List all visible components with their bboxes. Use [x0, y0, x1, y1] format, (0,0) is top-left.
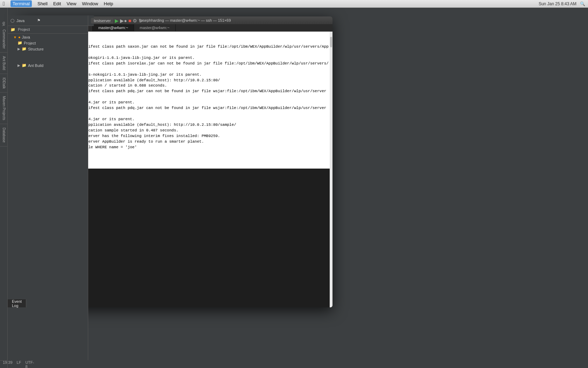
tree-spacer	[8, 52, 88, 62]
right-tab-ant-build[interactable]: Ant Build	[0, 53, 7, 74]
tree-item-java[interactable]: ▼ ● Java	[8, 34, 88, 40]
project-label: ◯	[10, 19, 14, 22]
debug-button[interactable]: ▶●	[120, 18, 127, 23]
statusbar-lf: LF	[17, 360, 21, 368]
tree-label-project: Project	[24, 41, 36, 45]
bottom-tab-eventlog[interactable]: Event Log	[8, 299, 26, 307]
ant-folder-icon: 📁	[22, 63, 27, 68]
java-label: Java	[16, 19, 24, 23]
right-tab-database[interactable]: Database	[0, 124, 7, 146]
project-icon: 📁	[10, 27, 15, 32]
project-toolbar: ◯ Java ⚑	[8, 15, 88, 26]
project-tree-header: 📁 Project	[8, 26, 88, 34]
stop-button[interactable]: ■	[128, 18, 131, 23]
menubar-help[interactable]: Help	[104, 1, 113, 6]
menubar-window[interactable]: Window	[82, 1, 98, 6]
tab-master-2[interactable]: master@w4wm:~	[134, 24, 175, 31]
menubar-view[interactable]: View	[66, 1, 76, 6]
project-header-label: Project	[18, 27, 30, 32]
menubar:  Terminal Shell Edit View Window Help S…	[0, 0, 588, 8]
tree-item-project[interactable]: 📁 Project	[8, 40, 88, 46]
terminal-scrollbar[interactable]	[330, 32, 332, 307]
run-toolbar: testserver ▶ ▶● ■ ⚙ ↻	[91, 18, 143, 23]
project-tree-panel: 📁 Project ▼ ● Java 📁 Project ▶ 📁 Structu…	[8, 26, 88, 360]
right-tab-maven[interactable]: Maven Projects	[0, 93, 7, 124]
project-folder-icon: 📁	[18, 41, 22, 45]
ant-arrow: ▶	[18, 63, 20, 67]
menubar-shell[interactable]: Shell	[37, 1, 48, 6]
menubar-terminal[interactable]: Terminal	[10, 0, 32, 7]
run-config-label[interactable]: testserver	[91, 18, 113, 23]
project-tree-items: ▼ ● Java 📁 Project ▶ 📁 Structure ▶ 📁 Ant…	[8, 34, 88, 69]
tree-label-structure: Structure	[28, 47, 44, 51]
java-folder-icon: ●	[18, 35, 21, 39]
right-tab-idetalk[interactable]: IDEtalk	[0, 74, 7, 93]
run-button[interactable]: ▶	[115, 18, 119, 23]
tab-master-1[interactable]: master@w4wm:~	[93, 24, 134, 31]
bottom-panel-content: jdbc.app.DB2Driver for jdbc:db2://localh…	[8, 308, 12, 360]
structure-collapse-arrow: ▶	[18, 47, 20, 51]
expand-arrow: ▼	[13, 35, 17, 39]
search-icon[interactable]: 🔍	[580, 1, 585, 6]
apple-menu-icon[interactable]: 	[3, 1, 5, 7]
tree-item-structure[interactable]: ▶ 📁 Structure	[8, 46, 88, 52]
statusbar: 19:39 LF UTF-8	[0, 360, 7, 368]
menubar-right: Sun Jan 25 8:43 AM 🔍	[539, 1, 585, 6]
statusbar-time: 19:39	[3, 360, 13, 368]
tree-label-java: Java	[22, 35, 30, 39]
right-panel-tabs: Commander Ant Build IDEtalk Maven Projec…	[0, 26, 7, 360]
statusbar-encoding: UTF-8	[25, 360, 34, 368]
right-tab-commander[interactable]: Commander	[0, 26, 7, 53]
menubar-time: Sun Jan 25 8:43 AM	[539, 1, 576, 6]
tree-item-ant[interactable]: ▶ 📁 Ant Build	[8, 62, 88, 68]
sync-button[interactable]: ↻	[139, 18, 143, 23]
terminal-scrollbar-thumb	[330, 37, 332, 47]
tree-label-ant: Ant Build	[28, 63, 43, 68]
ide-activity-bar: Web 2: Favorites ⚙ ◯ Java ⚑ testserver ▶…	[0, 8, 8, 368]
ide-toolbar: testserver ▶ ▶● ■ ⚙ ↻	[88, 15, 94, 26]
ant-label: ⚑	[37, 18, 41, 23]
menubar-edit[interactable]: Edit	[53, 1, 61, 6]
structure-folder-icon: 📁	[22, 47, 27, 51]
build-button[interactable]: ⚙	[133, 18, 137, 23]
statusbar-right: 19:39 LF UTF-8	[3, 360, 34, 368]
